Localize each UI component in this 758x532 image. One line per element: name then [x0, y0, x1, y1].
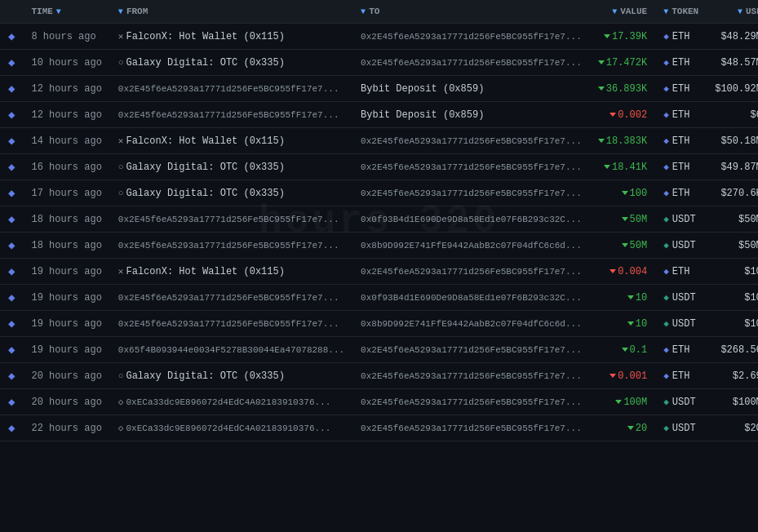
row-token: ◆ETH: [655, 128, 707, 154]
row-from[interactable]: 0x2E45f6eA5293a17771d256Fe5BC955fF17e7..…: [110, 233, 352, 259]
arrow-down-green-icon: [627, 321, 634, 326]
row-to[interactable]: 0x2E45f6eA5293a17771d256Fe5BC955fF17e7..…: [352, 415, 590, 441]
row-to[interactable]: 0x8b9D992E741FfE9442AabB2c07F04dfC6c6d..…: [352, 311, 590, 337]
row-from[interactable]: ○Galaxy Digital: OTC (0x335): [110, 180, 352, 206]
row-to[interactable]: Bybit Deposit (0x859): [352, 76, 590, 102]
row-from[interactable]: 0x65f4B093944e0034F5278B30044Ea47078288.…: [110, 337, 352, 363]
row-from[interactable]: ◇0xECa33dc9E896072d4EdC4A02183910376...: [110, 389, 352, 415]
value-number: 10: [636, 318, 647, 330]
row-from[interactable]: ✕FalconX: Hot Wallet (0x115): [110, 259, 352, 285]
row-to[interactable]: 0x2E45f6eA5293a17771d256Fe5BC955fF17e7..…: [352, 363, 590, 389]
row-from[interactable]: ○Galaxy Digital: OTC (0x335): [110, 50, 352, 76]
to-address[interactable]: 0x8b9D992E741FfE9442AabB2c07F04dfC6c6d..…: [361, 319, 582, 329]
to-address[interactable]: 0x2E45f6eA5293a17771d256Fe5BC955fF17e7..…: [361, 267, 582, 277]
to-address[interactable]: 0x2E45f6eA5293a17771d256Fe5BC955fF17e7..…: [361, 58, 582, 68]
row-from[interactable]: ✕FalconX: Hot Wallet (0x115): [110, 24, 352, 50]
row-to[interactable]: 0x2E45f6eA5293a17771d256Fe5BC955fF17e7..…: [352, 259, 590, 285]
row-from[interactable]: 0x2E45f6eA5293a17771d256Fe5BC955fF17e7..…: [110, 285, 352, 311]
table-row[interactable]: ◆19 hours ago0x2E45f6eA5293a17771d256Fe5…: [0, 285, 758, 311]
row-from[interactable]: ◇0xECa33dc9E896072d4EdC4A02183910376...: [110, 415, 352, 441]
row-to[interactable]: 0x2E45f6eA5293a17771d256Fe5BC955fF17e7..…: [352, 337, 590, 363]
th-time[interactable]: TIME ▼: [23, 0, 109, 24]
arrow-down-green-icon: [604, 165, 610, 169]
from-address[interactable]: 0xECa33dc9E896072d4EdC4A02183910376...: [126, 423, 330, 433]
table-row[interactable]: ◆8 hours ago✕FalconX: Hot Wallet (0x115)…: [0, 24, 758, 50]
to-address[interactable]: 0x0f93B4d1E690De9D8a58Ed1e07F6B293c32C..…: [361, 293, 582, 303]
table-row[interactable]: ◆20 hours ago◇0xECa33dc9E896072d4EdC4A02…: [0, 389, 758, 415]
row-to[interactable]: 0x2E45f6eA5293a17771d256Fe5BC955fF17e7..…: [352, 128, 590, 154]
table-row[interactable]: ◆19 hours ago✕FalconX: Hot Wallet (0x115…: [0, 259, 758, 285]
row-usd: $10: [707, 311, 758, 337]
from-address[interactable]: Galaxy Digital: OTC (0x335): [126, 188, 284, 199]
row-to[interactable]: Bybit Deposit (0x859): [352, 102, 590, 128]
row-from[interactable]: ○Galaxy Digital: OTC (0x335): [110, 363, 352, 389]
to-address[interactable]: 0x2E45f6eA5293a17771d256Fe5BC955fF17e7..…: [361, 371, 582, 381]
from-address[interactable]: Galaxy Digital: OTC (0x335): [126, 162, 284, 173]
row-to[interactable]: 0x0f93B4d1E690De9D8a58Ed1e07F6B293c32C..…: [352, 206, 590, 233]
row-to[interactable]: 0x2E45f6eA5293a17771d256Fe5BC955fF17e7..…: [352, 389, 590, 415]
table-row[interactable]: ◆12 hours ago0x2E45f6eA5293a17771d256Fe5…: [0, 76, 758, 102]
table-row[interactable]: ◆22 hours ago◇0xECa33dc9E896072d4EdC4A02…: [0, 415, 758, 441]
row-to[interactable]: 0x0f93B4d1E690De9D8a58Ed1e07F6B293c32C..…: [352, 285, 590, 311]
from-address[interactable]: 0x2E45f6eA5293a17771d256Fe5BC955fF17e7..…: [118, 319, 339, 329]
table-row[interactable]: ◆16 hours ago○Galaxy Digital: OTC (0x335…: [0, 154, 758, 180]
row-time: 19 hours ago: [23, 337, 109, 363]
from-address[interactable]: FalconX: Hot Wallet (0x115): [126, 135, 284, 147]
table-row[interactable]: ◆10 hours ago○Galaxy Digital: OTC (0x335…: [0, 50, 758, 76]
row-from[interactable]: ○Galaxy Digital: OTC (0x335): [110, 154, 352, 180]
from-address[interactable]: 0x65f4B093944e0034F5278B30044Ea47078288.…: [118, 345, 344, 355]
row-from[interactable]: ✕FalconX: Hot Wallet (0x115): [110, 128, 352, 154]
from-address[interactable]: Galaxy Digital: OTC (0x335): [126, 57, 284, 69]
from-address[interactable]: 0x2E45f6eA5293a17771d256Fe5BC955fF17e7..…: [118, 241, 339, 250]
th-to[interactable]: ▼ TO: [352, 0, 590, 24]
table-row[interactable]: ◆14 hours ago✕FalconX: Hot Wallet (0x115…: [0, 128, 758, 154]
to-address[interactable]: 0x8b9D992E741FfE9442AabB2c07F04dfC6c6d..…: [361, 241, 582, 250]
row-to[interactable]: 0x2E45f6eA5293a17771d256Fe5BC955fF17e7..…: [352, 180, 590, 206]
th-token[interactable]: ▼ TOKEN: [655, 0, 707, 24]
from-address[interactable]: 0x2E45f6eA5293a17771d256Fe5BC955fF17e7..…: [118, 215, 339, 224]
row-time: 20 hours ago: [23, 389, 109, 415]
table-row[interactable]: ◆19 hours ago0x2E45f6eA5293a17771d256Fe5…: [0, 311, 758, 337]
value-number: 100M: [623, 397, 647, 408]
row-to[interactable]: 0x8b9D992E741FfE9442AabB2c07F04dfC6c6d..…: [352, 233, 590, 259]
th-from[interactable]: ▼ FROM: [110, 0, 352, 24]
arrow-down-green-icon: [627, 426, 634, 430]
row-to[interactable]: 0x2E45f6eA5293a17771d256Fe5BC955fF17e7..…: [352, 50, 590, 76]
table-row[interactable]: ◆20 hours ago○Galaxy Digital: OTC (0x335…: [0, 363, 758, 389]
table-row[interactable]: ◆18 hours ago0x2E45f6eA5293a17771d256Fe5…: [0, 206, 758, 233]
th-value[interactable]: ▼ VALUE: [590, 0, 655, 24]
to-address[interactable]: 0x2E45f6eA5293a17771d256Fe5BC955fF17e7..…: [361, 136, 582, 146]
table-row[interactable]: ◆17 hours ago○Galaxy Digital: OTC (0x335…: [0, 180, 758, 206]
to-address[interactable]: 0x2E45f6eA5293a17771d256Fe5BC955fF17e7..…: [361, 188, 582, 198]
th-usd[interactable]: ▼ USD: [707, 0, 758, 24]
table-row[interactable]: ◆12 hours ago0x2E45f6eA5293a17771d256Fe5…: [0, 102, 758, 128]
to-address[interactable]: 0x0f93B4d1E690De9D8a58Ed1e07F6B293c32C..…: [361, 215, 582, 224]
table-row[interactable]: ◆19 hours ago0x65f4B093944e0034F5278B300…: [0, 337, 758, 363]
to-address[interactable]: 0x2E45f6eA5293a17771d256Fe5BC955fF17e7..…: [361, 32, 582, 42]
from-address[interactable]: 0x2E45f6eA5293a17771d256Fe5BC955fF17e7..…: [118, 110, 339, 120]
from-address[interactable]: Galaxy Digital: OTC (0x335): [126, 370, 284, 382]
value-number: 50M: [630, 214, 648, 225]
row-from[interactable]: 0x2E45f6eA5293a17771d256Fe5BC955fF17e7..…: [110, 206, 352, 233]
row-to[interactable]: 0x2E45f6eA5293a17771d256Fe5BC955fF17e7..…: [352, 154, 590, 180]
table-row[interactable]: ◆18 hours ago0x2E45f6eA5293a17771d256Fe5…: [0, 233, 758, 259]
from-address[interactable]: 0x2E45f6eA5293a17771d256Fe5BC955fF17e7..…: [118, 84, 339, 94]
row-from[interactable]: 0x2E45f6eA5293a17771d256Fe5BC955fF17e7..…: [110, 311, 352, 337]
row-from[interactable]: 0x2E45f6eA5293a17771d256Fe5BC955fF17e7..…: [110, 102, 352, 128]
from-address[interactable]: 0x2E45f6eA5293a17771d256Fe5BC955fF17e7..…: [118, 293, 339, 303]
to-address[interactable]: 0x2E45f6eA5293a17771d256Fe5BC955fF17e7..…: [361, 397, 582, 407]
table-body: ◆8 hours ago✕FalconX: Hot Wallet (0x115)…: [0, 24, 758, 441]
from-address[interactable]: FalconX: Hot Wallet (0x115): [126, 31, 284, 42]
row-token: ◆USDT: [655, 206, 707, 233]
row-from[interactable]: 0x2E45f6eA5293a17771d256Fe5BC955fF17e7..…: [110, 76, 352, 102]
to-address[interactable]: 0x2E45f6eA5293a17771d256Fe5BC955fF17e7..…: [361, 423, 582, 433]
from-address[interactable]: 0xECa33dc9E896072d4EdC4A02183910376...: [126, 397, 330, 407]
row-to[interactable]: 0x2E45f6eA5293a17771d256Fe5BC955fF17e7..…: [352, 24, 590, 50]
to-address[interactable]: 0x2E45f6eA5293a17771d256Fe5BC955fF17e7..…: [361, 162, 582, 172]
to-address[interactable]: Bybit Deposit (0x859): [361, 109, 484, 121]
token-label: ETH: [672, 370, 690, 382]
from-address[interactable]: FalconX: Hot Wallet (0x115): [126, 266, 284, 277]
to-address[interactable]: 0x2E45f6eA5293a17771d256Fe5BC955fF17e7..…: [361, 345, 582, 355]
to-address[interactable]: Bybit Deposit (0x859): [361, 83, 484, 95]
token-label: USDT: [672, 240, 696, 251]
